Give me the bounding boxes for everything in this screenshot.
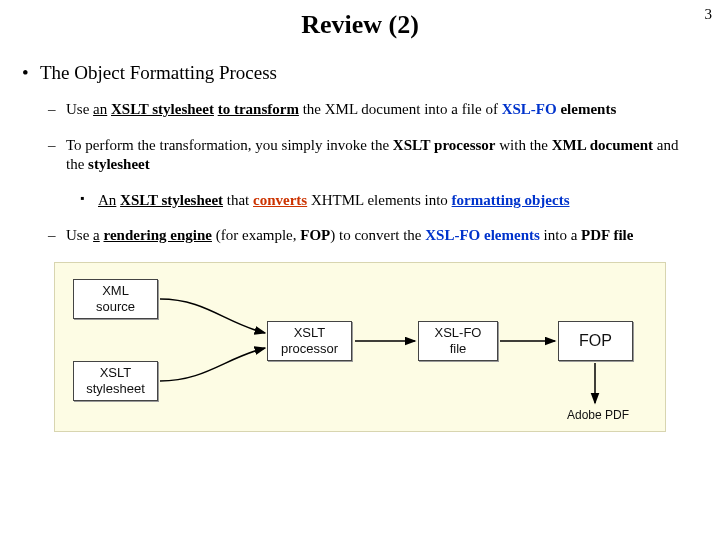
t: Use	[66, 227, 93, 243]
heading-bullet: The Object Formatting Process	[18, 62, 702, 84]
t: to transform	[218, 101, 299, 117]
process-diagram: XMLsource XSLTstylesheet XSLTprocessor X…	[54, 262, 666, 432]
t: that	[223, 192, 253, 208]
t: XML document	[552, 137, 653, 153]
t: FOP	[300, 227, 330, 243]
t: with the	[495, 137, 551, 153]
t: XSLT processor	[393, 137, 496, 153]
bullet-1: Use an XSLT stylesheet to transform the …	[18, 100, 702, 120]
t: An	[98, 192, 116, 208]
t: the XML document into a file of	[299, 101, 502, 117]
t: XSL-FO elements	[425, 227, 540, 243]
page-number: 3	[705, 6, 713, 23]
diagram-box-xml-source: XMLsource	[73, 279, 158, 319]
t: ) to convert the	[330, 227, 425, 243]
t: an	[93, 101, 107, 117]
page-title: Review (2)	[0, 10, 720, 40]
t: Use	[66, 101, 93, 117]
t: formatting objects	[452, 192, 570, 208]
t: (for example,	[212, 227, 300, 243]
t: XSLT stylesheet	[120, 192, 223, 208]
t: PDF file	[581, 227, 633, 243]
diagram-box-xslt-processor: XSLTprocessor	[267, 321, 352, 361]
bullet-2: To perform the transformation, you simpl…	[18, 136, 702, 175]
t: stylesheet	[88, 156, 150, 172]
t: into a	[540, 227, 581, 243]
t: rendering engine	[104, 227, 212, 243]
t: To perform the transformation, you simpl…	[66, 137, 393, 153]
diagram-box-fop: FOP	[558, 321, 633, 361]
t: a	[93, 227, 100, 243]
bullet-3: An XSLT stylesheet that converts XHTML e…	[18, 191, 702, 211]
diagram-caption-adobe-pdf: Adobe PDF	[567, 408, 629, 422]
content-area: The Object Formatting Process Use an XSL…	[0, 62, 720, 432]
diagram-box-xslfo-file: XSL-FOfile	[418, 321, 498, 361]
t: converts	[253, 192, 307, 208]
t: XHTML elements into	[307, 192, 451, 208]
t: elements	[560, 101, 616, 117]
bullet-4: Use a rendering engine (for example, FOP…	[18, 226, 702, 246]
t: XSLT stylesheet	[111, 101, 214, 117]
t: XSL-FO	[502, 101, 557, 117]
heading-text: The Object Formatting Process	[40, 62, 277, 83]
diagram-box-xslt-stylesheet: XSLTstylesheet	[73, 361, 158, 401]
